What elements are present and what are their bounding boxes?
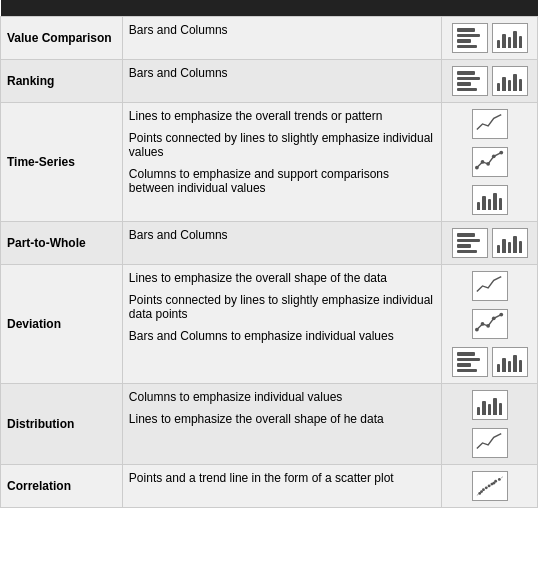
icon-group — [448, 390, 531, 420]
hbar-icon — [452, 23, 488, 53]
icons-cell — [442, 17, 538, 60]
icon-group — [448, 23, 531, 53]
icons-cell — [442, 222, 538, 265]
header-encoding — [122, 0, 537, 17]
encoding-description: Columns to emphasize individual values — [129, 390, 435, 404]
encoding-description: Points connected by lines to slightly em… — [129, 293, 435, 321]
header-relationship — [1, 0, 123, 17]
icon-group — [448, 471, 531, 501]
encoding-cell: Lines to emphasize the overall shape of … — [122, 265, 441, 384]
icon-group — [448, 185, 531, 215]
icon-group — [448, 147, 531, 177]
icon-group — [448, 428, 531, 458]
encoding-cell: Bars and Columns — [122, 60, 441, 103]
line-points-icon — [472, 309, 508, 339]
relationship-cell: Deviation — [1, 265, 123, 384]
encoding-description: Bars and Columns — [129, 23, 435, 37]
table-row: Time-SeriesLines to emphasize the overal… — [1, 103, 538, 222]
relationship-cell: Distribution — [1, 384, 123, 465]
icon-group — [448, 271, 531, 301]
icon-group — [448, 109, 531, 139]
svg-point-5 — [475, 328, 479, 332]
vbar-icon — [472, 185, 508, 215]
svg-point-14 — [487, 485, 490, 488]
encoding-description: Bars and Columns — [129, 228, 435, 242]
icon-group — [448, 347, 531, 377]
encoding-cell: Points and a trend line in the form of a… — [122, 465, 441, 508]
encoding-description: Lines to emphasize the overall shape of … — [129, 412, 435, 426]
svg-point-0 — [475, 166, 479, 170]
relationship-cell: Ranking — [1, 60, 123, 103]
vbar-icon — [472, 390, 508, 420]
svg-point-3 — [491, 154, 495, 158]
table-row: RankingBars and Columns — [1, 60, 538, 103]
encoding-description: Lines to emphasize the overall shape of … — [129, 271, 435, 285]
relationship-cell: Correlation — [1, 465, 123, 508]
relationship-cell: Part-to-Whole — [1, 222, 123, 265]
vbar-icon — [492, 228, 528, 258]
encoding-description: Bars and Columns — [129, 66, 435, 80]
svg-point-8 — [491, 316, 495, 320]
vbar-icon — [492, 66, 528, 96]
line-icon — [472, 109, 508, 139]
svg-point-1 — [480, 160, 484, 164]
relationship-cell: Value Comparison — [1, 17, 123, 60]
svg-point-18 — [480, 490, 483, 493]
line-icon — [472, 271, 508, 301]
scatter-icon — [472, 471, 508, 501]
relationship-cell: Time-Series — [1, 103, 123, 222]
icons-cell — [442, 265, 538, 384]
encoding-cell: Bars and Columns — [122, 222, 441, 265]
svg-point-13 — [484, 486, 487, 489]
encoding-description: Bars and Columns to emphasize individual… — [129, 329, 435, 343]
vbar-icon — [492, 347, 528, 377]
table-row: DeviationLines to emphasize the overall … — [1, 265, 538, 384]
table-row: DistributionColumns to emphasize individ… — [1, 384, 538, 465]
svg-point-17 — [497, 478, 500, 481]
encoding-description: Points and a trend line in the form of a… — [129, 471, 435, 485]
vbar-icon — [492, 23, 528, 53]
icon-group — [448, 66, 531, 96]
table-row: CorrelationPoints and a trend line in th… — [1, 465, 538, 508]
encoding-cell: Lines to emphasize the overall trends or… — [122, 103, 441, 222]
icons-cell — [442, 60, 538, 103]
svg-point-4 — [499, 151, 503, 155]
icons-cell — [442, 103, 538, 222]
icon-group — [448, 309, 531, 339]
svg-point-7 — [486, 324, 490, 328]
hbar-icon — [452, 66, 488, 96]
icon-group — [448, 228, 531, 258]
svg-point-2 — [486, 162, 490, 166]
hbar-icon — [452, 228, 488, 258]
line-icon — [472, 428, 508, 458]
table-row: Part-to-WholeBars and Columns — [1, 222, 538, 265]
encoding-cell: Bars and Columns — [122, 17, 441, 60]
icons-cell — [442, 384, 538, 465]
encoding-description: Columns to emphasize and support compari… — [129, 167, 435, 195]
svg-point-19 — [492, 482, 495, 485]
encoding-description: Lines to emphasize the overall trends or… — [129, 109, 435, 123]
svg-point-6 — [480, 322, 484, 326]
encoding-description: Points connected by lines to slightly em… — [129, 131, 435, 159]
encoding-cell: Columns to emphasize individual valuesLi… — [122, 384, 441, 465]
svg-point-9 — [499, 313, 503, 317]
line-points-icon — [472, 147, 508, 177]
icons-cell — [442, 465, 538, 508]
hbar-icon — [452, 347, 488, 377]
table-row: Value ComparisonBars and Columns — [1, 17, 538, 60]
